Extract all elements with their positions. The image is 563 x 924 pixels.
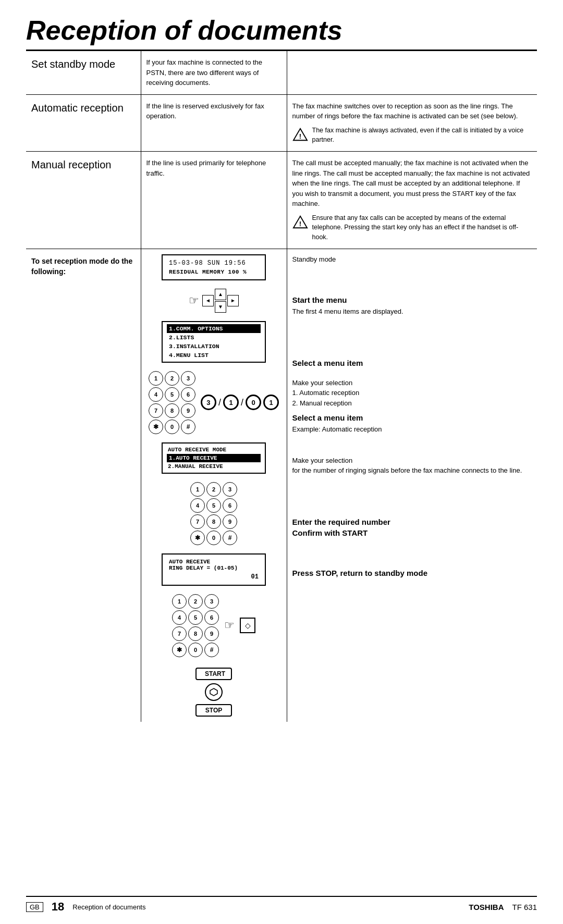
key-2[interactable]: 2: [165, 371, 179, 386]
key-3b[interactable]: 3: [223, 482, 237, 497]
key-hash[interactable]: #: [181, 420, 195, 434]
arrow-up-btn[interactable]: ▲: [215, 289, 226, 300]
key-1b[interactable]: 1: [190, 482, 205, 497]
col-mid-manual: If the line is used primarily for teleph…: [141, 152, 287, 249]
lcd-memory: RESIDUAL MEMORY 100 %: [169, 269, 259, 275]
keypad-small-1: 1 2 3 4 5 6 7 8 9 ✱ 0 #: [149, 371, 195, 434]
ring-selection-label: Make your selection: [292, 455, 532, 466]
col-right-auto: The fax machine switches over to recepti…: [287, 94, 537, 152]
page: Reception of documents Set standby mode …: [0, 0, 563, 924]
key-1c[interactable]: 1: [172, 594, 187, 609]
svg-text:!: !: [299, 132, 301, 140]
key-hash-b[interactable]: #: [223, 531, 237, 545]
key-0[interactable]: 0: [165, 420, 179, 434]
svg-marker-4: [210, 688, 217, 696]
select-menu-heading: Select a menu item: [292, 359, 532, 367]
arrow-left-btn[interactable]: ◄: [202, 295, 214, 306]
key-2c[interactable]: 2: [188, 594, 203, 609]
key-4c[interactable]: 4: [172, 610, 187, 625]
footer-brand: TOSHIBA: [469, 903, 504, 911]
bold-0: 0: [246, 395, 261, 410]
key-6c[interactable]: 6: [204, 610, 219, 625]
key-4b[interactable]: 4: [190, 498, 205, 513]
key-7b[interactable]: 7: [190, 514, 205, 529]
device-area: 15-03-98 SUN 19:56 RESIDUAL MEMORY 100 %…: [144, 254, 284, 717]
arrow-group: ◄ ▲ ▼ ►: [202, 289, 239, 313]
keypad-area-2: 1 2 3 4 5 6 7 8 9 ✱ 0 #: [190, 482, 237, 545]
selector-area: 1 2 3 4 5 6 7 8 9 ✱ 0 #: [149, 371, 279, 434]
ring-selection-area: Make your selection for the number of ri…: [292, 455, 532, 476]
col-right-standby: [287, 51, 537, 94]
key-2b[interactable]: 2: [206, 482, 221, 497]
enter-number-area: Enter the required number Confirm with S…: [292, 518, 532, 537]
start-button[interactable]: START: [195, 668, 232, 680]
keypad-area-3: 1 2 3 4 5 6 7 8 9 ✱ 0 #: [172, 594, 255, 657]
auto-warning-block: ! The fax machine is always activated, e…: [292, 126, 532, 145]
key-6[interactable]: 6: [181, 387, 195, 402]
arrow-down-btn[interactable]: ▼: [215, 301, 226, 313]
col-right-instructions: Standby mode Start the menu The first 4 …: [287, 249, 537, 722]
page-title: Reception of documents: [26, 16, 537, 51]
ring-display-line1: AUTO RECEIVE: [169, 559, 259, 565]
col-mid-instructions: 15-03-98 SUN 19:56 RESIDUAL MEMORY 100 %…: [141, 249, 287, 722]
key-5c[interactable]: 5: [188, 610, 203, 625]
key-7[interactable]: 7: [149, 403, 163, 418]
key-4[interactable]: 4: [149, 387, 163, 402]
stop-button[interactable]: STOP: [195, 704, 232, 717]
key-9c[interactable]: 9: [204, 626, 219, 641]
footer-doc-name: Reception of documents: [72, 903, 469, 911]
arrow-right-btn[interactable]: ►: [227, 295, 239, 306]
key-star[interactable]: ✱: [149, 420, 163, 434]
key-3[interactable]: 3: [181, 371, 195, 386]
key-hash-c[interactable]: #: [204, 643, 219, 657]
key-3c[interactable]: 3: [204, 594, 219, 609]
key-8c[interactable]: 8: [188, 626, 203, 641]
selection-item-2: 2. Manual reception: [292, 398, 532, 409]
key-8[interactable]: 8: [165, 403, 179, 418]
footer-model: TF 631: [512, 903, 537, 911]
stop-circle-icon: [205, 683, 223, 701]
menu-item-0: 1.COMM. OPTIONS: [167, 324, 261, 333]
key-0b[interactable]: 0: [206, 531, 221, 545]
menu-item-1: 2.LISTS: [167, 333, 261, 342]
ring-display-val: 01: [169, 573, 259, 581]
selection-item-1: 1. Automatic reception: [292, 388, 532, 398]
slash-2: /: [241, 397, 243, 408]
key-8b[interactable]: 8: [206, 514, 221, 529]
arrow-horizontal: ◄ ▲ ▼ ►: [202, 289, 239, 313]
nav-row: ☞ ◄ ▲ ▼ ►: [189, 289, 239, 313]
keypad-grid-1: 1 2 3 4 5 6 7 8 9 ✱ 0 #: [149, 371, 195, 434]
ring-display-line2: RING DELAY = (01-05): [169, 565, 259, 571]
col-left-standby: Set standby mode: [26, 51, 141, 94]
row-standby: Set standby mode If your fax machine is …: [26, 51, 537, 94]
key-7c[interactable]: 7: [172, 626, 187, 641]
menu-item-2: 3.INSTALLATION: [167, 342, 261, 351]
menu-display-1: 1.COMM. OPTIONS 2.LISTS 3.INSTALLATION 4…: [162, 321, 266, 363]
ring-display: AUTO RECEIVE RING DELAY = (01-05) 01: [162, 553, 266, 586]
start-menu-desc: The first 4 menu items are displayed.: [292, 306, 532, 317]
key-star-b[interactable]: ✱: [190, 531, 205, 545]
auto-heading: Automatic reception: [31, 102, 124, 114]
make-selection-label: Make your selection: [292, 378, 532, 388]
select-menu-heading-2: Select a menu item: [292, 413, 532, 422]
manual-warning-text: Ensure that any fax calls can be accepte…: [312, 213, 532, 242]
key-5b[interactable]: 5: [206, 498, 221, 513]
key-9[interactable]: 9: [181, 403, 195, 418]
select-menu-area-2: Select a menu item Example: Automatic re…: [292, 413, 532, 435]
key-6b[interactable]: 6: [223, 498, 237, 513]
key-star-c[interactable]: ✱: [172, 643, 187, 657]
instructions-heading: To set reception mode do the following:: [31, 257, 132, 276]
key-0c[interactable]: 0: [188, 643, 203, 657]
key-5[interactable]: 5: [165, 387, 179, 402]
finger-icon-2: ☞: [224, 619, 235, 632]
selector-circles: 3 / 1 / 0 1: [201, 395, 279, 410]
key-1[interactable]: 1: [149, 371, 163, 386]
diamond-btn[interactable]: ◇: [240, 618, 255, 633]
auto-receive-item-2: 2.MANUAL RECEIVE: [167, 462, 261, 471]
col-left-instructions: To set reception mode do the following:: [26, 249, 141, 722]
standby-label-area: Standby mode: [292, 254, 532, 265]
auto-right-main: The fax machine switches over to recepti…: [292, 101, 532, 121]
col-left-manual: Manual reception: [26, 152, 141, 249]
auto-receive-item-1: 1.AUTO RECEIVE: [167, 454, 261, 462]
key-9b[interactable]: 9: [223, 514, 237, 529]
